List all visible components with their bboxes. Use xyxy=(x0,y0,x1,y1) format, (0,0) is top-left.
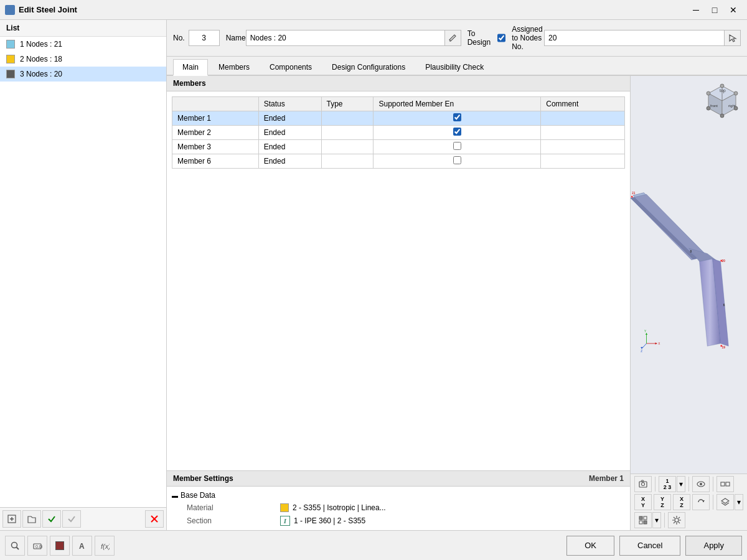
section-value-group: I 1 - IPE 360 | 2 - S355 xyxy=(280,516,625,526)
nodes-input-wrap xyxy=(544,30,741,46)
member-supported[interactable] xyxy=(374,111,541,126)
view-dropdown-button[interactable]: ▾ xyxy=(677,476,685,492)
nodes-select-button[interactable] xyxy=(725,30,741,46)
member-status: Ended xyxy=(258,140,321,154)
open-button[interactable] xyxy=(22,510,41,528)
cancel-button[interactable]: Cancel xyxy=(619,536,680,556)
objects-icon xyxy=(638,515,648,525)
viewport-toolbar: 12 3 ▾ xyxy=(631,474,747,530)
table-row[interactable]: Member 3 Ended xyxy=(172,140,625,154)
dropdown-arrow-icon: ▾ xyxy=(679,480,683,488)
member-supported[interactable] xyxy=(374,154,541,169)
to-design-label: To Design xyxy=(467,29,495,47)
tab-design-configurations[interactable]: Design Configurations xyxy=(322,59,415,75)
layers-button[interactable] xyxy=(716,494,734,510)
tab-plausibility[interactable]: Plausibility Check xyxy=(416,59,493,75)
function-icon: f(x) xyxy=(100,541,110,551)
text-tool-button[interactable]: A xyxy=(72,536,92,556)
tab-members[interactable]: Members xyxy=(209,59,259,75)
list-item[interactable]: 1 Nodes : 21 xyxy=(0,37,166,52)
xy-view-button[interactable]: XY xyxy=(634,494,652,510)
uncheck-button[interactable] xyxy=(62,510,81,528)
objects-button[interactable] xyxy=(634,512,652,528)
layers-btn-group: ▾ xyxy=(716,494,743,510)
color-tool-button[interactable] xyxy=(50,536,70,556)
objects-dropdown-button[interactable]: ▾ xyxy=(652,512,661,528)
right-panel: No. Name xyxy=(167,20,747,530)
close-button[interactable]: ✕ xyxy=(725,3,742,17)
viewport-3d[interactable]: top front right xyxy=(631,76,747,474)
layers-dropdown-button[interactable]: ▾ xyxy=(735,494,743,510)
col-header-status: Status xyxy=(258,97,321,111)
xy-label: XY xyxy=(641,496,645,508)
table-row[interactable]: Member 6 Ended xyxy=(172,154,625,169)
assigned-nodes-field-group: Assigned to Nodes No. xyxy=(512,25,741,51)
titlebar: Edit Steel Joint ─ □ ✕ xyxy=(0,0,747,20)
bottom-right-buttons: OK Cancel Apply xyxy=(566,536,742,556)
window-controls: ─ □ ✕ xyxy=(687,3,742,17)
member-status: Ended xyxy=(258,154,321,169)
table-row[interactable]: Member 2 Ended xyxy=(172,126,625,140)
input-tool-button[interactable]: 0.00 xyxy=(27,536,47,556)
svg-marker-6 xyxy=(730,35,736,42)
svg-marker-22 xyxy=(631,194,707,259)
uncheck-icon xyxy=(67,514,77,524)
assigned-nodes-input[interactable] xyxy=(544,30,725,46)
member-label: Member 1 xyxy=(172,111,259,126)
svg-rect-56 xyxy=(644,521,647,524)
viewport-camera-button[interactable] xyxy=(634,476,652,492)
member-type xyxy=(321,140,374,154)
tab-components[interactable]: Components xyxy=(260,59,321,75)
apply-button[interactable]: Apply xyxy=(685,536,742,556)
list-item-label: 2 Nodes : 18 xyxy=(20,55,62,63)
to-design-checkbox[interactable] xyxy=(497,33,505,43)
rotate-button[interactable] xyxy=(692,494,710,510)
svg-rect-49 xyxy=(721,482,725,486)
no-input[interactable] xyxy=(189,30,220,46)
svg-text:19: 19 xyxy=(722,346,726,349)
check-icon xyxy=(47,514,57,524)
member-supported[interactable] xyxy=(374,126,541,140)
tree-toggle[interactable]: ▬ xyxy=(172,492,178,499)
svg-text:Z: Z xyxy=(641,350,642,353)
check-button[interactable] xyxy=(42,510,61,528)
minimize-button[interactable]: ─ xyxy=(687,3,705,17)
member-type xyxy=(321,126,374,140)
member-settings-current: Member 1 xyxy=(589,474,624,483)
ok-button[interactable]: OK xyxy=(566,536,614,556)
svg-text:21: 21 xyxy=(632,192,636,195)
svg-rect-32 xyxy=(631,196,633,198)
beam-visualization: 21 8 20 6 19 xyxy=(631,76,747,474)
open-icon xyxy=(27,514,37,524)
table-row[interactable]: Member 1 Ended xyxy=(172,111,625,126)
view-standard-button[interactable]: 12 3 xyxy=(659,476,676,492)
member-comment xyxy=(541,140,625,154)
new-joint-button[interactable] xyxy=(2,510,21,528)
search-tool-button[interactable] xyxy=(5,536,25,556)
list-item[interactable]: 2 Nodes : 18 xyxy=(0,52,166,67)
base-data-group[interactable]: ▬ Base Data xyxy=(167,489,630,502)
show-all-button[interactable] xyxy=(716,476,734,492)
svg-line-41 xyxy=(642,343,647,349)
assigned-nodes-label: Assigned to Nodes No. xyxy=(512,25,544,51)
visibility-button[interactable] xyxy=(692,476,710,492)
yz-view-button[interactable]: YZ xyxy=(654,494,671,510)
name-input-wrap xyxy=(246,30,461,46)
view-btns-group: 12 3 ▾ xyxy=(659,476,685,492)
member-supported[interactable] xyxy=(374,140,541,154)
xz-view-button[interactable]: XZ xyxy=(673,494,690,510)
settings-button[interactable] xyxy=(668,512,685,528)
maximize-button[interactable]: □ xyxy=(706,3,723,17)
delete-button[interactable] xyxy=(145,510,164,528)
tab-main[interactable]: Main xyxy=(173,59,208,76)
new-icon xyxy=(7,514,17,524)
member-label: Member 3 xyxy=(172,140,259,154)
svg-rect-53 xyxy=(639,516,642,520)
function-tool-button[interactable]: f(x) xyxy=(95,536,115,556)
name-edit-button[interactable] xyxy=(445,30,461,46)
name-input[interactable] xyxy=(246,30,445,46)
svg-marker-51 xyxy=(702,500,705,502)
list-item-selected[interactable]: 3 Nodes : 20 xyxy=(0,67,166,82)
list-item-label: 3 Nodes : 20 xyxy=(20,70,62,78)
app-icon xyxy=(5,5,15,15)
